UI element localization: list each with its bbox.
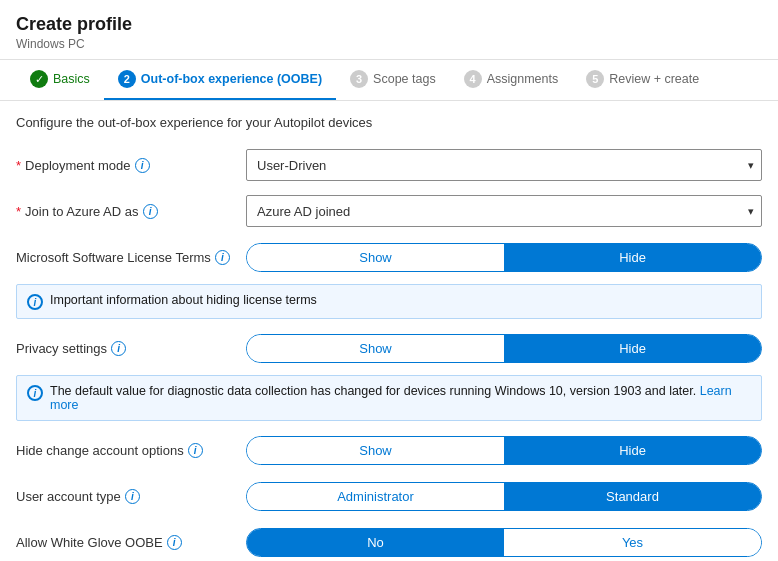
white-glove-info-icon[interactable]: i: [167, 535, 182, 550]
tab-scope-label: Scope tags: [373, 72, 436, 86]
white-glove-yes-button[interactable]: Yes: [504, 529, 761, 556]
tab-oobe-label: Out-of-box experience (OOBE): [141, 72, 322, 86]
page-header: Create profile Windows PC: [0, 0, 778, 60]
main-content: Configure the out-of-box experience for …: [0, 101, 778, 561]
basics-check-icon: ✓: [30, 70, 48, 88]
white-glove-no-button[interactable]: No: [247, 529, 504, 556]
hide-change-account-row: Hide change account options i Show Hide: [16, 431, 762, 469]
license-banner-text: Important information about hiding licen…: [50, 293, 317, 307]
tab-assignments-number: 4: [464, 70, 482, 88]
join-azure-info-icon[interactable]: i: [143, 204, 158, 219]
user-account-type-toggle: Administrator Standard: [246, 482, 762, 511]
user-account-type-label: User account type i: [16, 489, 236, 504]
join-azure-label: * Join to Azure AD as i: [16, 204, 236, 219]
deployment-mode-info-icon[interactable]: i: [135, 158, 150, 173]
privacy-show-button[interactable]: Show: [247, 335, 504, 362]
privacy-settings-label: Privacy settings i: [16, 341, 236, 356]
license-show-button[interactable]: Show: [247, 244, 504, 271]
deployment-mode-select[interactable]: User-Driven: [246, 149, 762, 181]
tab-oobe-number: 2: [118, 70, 136, 88]
privacy-settings-row: Privacy settings i Show Hide: [16, 329, 762, 367]
white-glove-toggle: No Yes: [246, 528, 762, 557]
diagnostic-banner-icon: i: [27, 385, 43, 401]
diagnostic-banner-text: The default value for diagnostic data co…: [50, 384, 751, 412]
administrator-button[interactable]: Administrator: [247, 483, 504, 510]
user-account-type-info-icon[interactable]: i: [125, 489, 140, 504]
tab-assignments-label: Assignments: [487, 72, 559, 86]
join-azure-row: * Join to Azure AD as i Azure AD joined …: [16, 192, 762, 230]
deployment-mode-label: * Deployment mode i: [16, 158, 236, 173]
license-terms-control: Show Hide: [246, 243, 762, 272]
tab-oobe[interactable]: 2 Out-of-box experience (OOBE): [104, 60, 336, 100]
license-terms-row: Microsoft Software License Terms i Show …: [16, 238, 762, 276]
license-banner-icon: i: [27, 294, 43, 310]
tab-scope[interactable]: 3 Scope tags: [336, 60, 450, 100]
join-azure-select[interactable]: Azure AD joined: [246, 195, 762, 227]
page-description: Configure the out-of-box experience for …: [16, 115, 762, 130]
deployment-mode-control: User-Driven ▾: [246, 149, 762, 181]
user-account-type-control: Administrator Standard: [246, 482, 762, 511]
tab-scope-number: 3: [350, 70, 368, 88]
tab-review-label: Review + create: [609, 72, 699, 86]
white-glove-control: No Yes: [246, 528, 762, 557]
user-account-type-row: User account type i Administrator Standa…: [16, 477, 762, 515]
tab-review[interactable]: 5 Review + create: [572, 60, 713, 100]
license-terms-toggle: Show Hide: [246, 243, 762, 272]
deployment-mode-row: * Deployment mode i User-Driven ▾: [16, 146, 762, 184]
hide-account-show-button[interactable]: Show: [247, 437, 504, 464]
join-azure-control: Azure AD joined ▾: [246, 195, 762, 227]
privacy-settings-control: Show Hide: [246, 334, 762, 363]
license-info-banner: i Important information about hiding lic…: [16, 284, 762, 319]
license-hide-button[interactable]: Hide: [504, 244, 761, 271]
standard-button[interactable]: Standard: [504, 483, 761, 510]
diagnostic-info-banner: i The default value for diagnostic data …: [16, 375, 762, 421]
deployment-mode-select-wrapper: User-Driven ▾: [246, 149, 762, 181]
tab-basics-label: Basics: [53, 72, 90, 86]
hide-change-account-info-icon[interactable]: i: [188, 443, 203, 458]
hide-change-account-toggle: Show Hide: [246, 436, 762, 465]
tab-basics[interactable]: ✓ Basics: [16, 60, 104, 100]
tab-review-number: 5: [586, 70, 604, 88]
join-azure-select-wrapper: Azure AD joined ▾: [246, 195, 762, 227]
hide-change-account-label: Hide change account options i: [16, 443, 236, 458]
page-title: Create profile: [16, 14, 762, 35]
privacy-settings-info-icon[interactable]: i: [111, 341, 126, 356]
tab-assignments[interactable]: 4 Assignments: [450, 60, 573, 100]
white-glove-label: Allow White Glove OOBE i: [16, 535, 236, 550]
license-terms-label: Microsoft Software License Terms i: [16, 250, 236, 265]
required-star-2: *: [16, 204, 21, 219]
white-glove-row: Allow White Glove OOBE i No Yes: [16, 523, 762, 561]
privacy-settings-toggle: Show Hide: [246, 334, 762, 363]
hide-change-account-control: Show Hide: [246, 436, 762, 465]
license-terms-info-icon[interactable]: i: [215, 250, 230, 265]
required-star: *: [16, 158, 21, 173]
tab-bar: ✓ Basics 2 Out-of-box experience (OOBE) …: [0, 60, 778, 101]
hide-account-hide-button[interactable]: Hide: [504, 437, 761, 464]
page-subtitle: Windows PC: [16, 37, 762, 51]
privacy-hide-button[interactable]: Hide: [504, 335, 761, 362]
